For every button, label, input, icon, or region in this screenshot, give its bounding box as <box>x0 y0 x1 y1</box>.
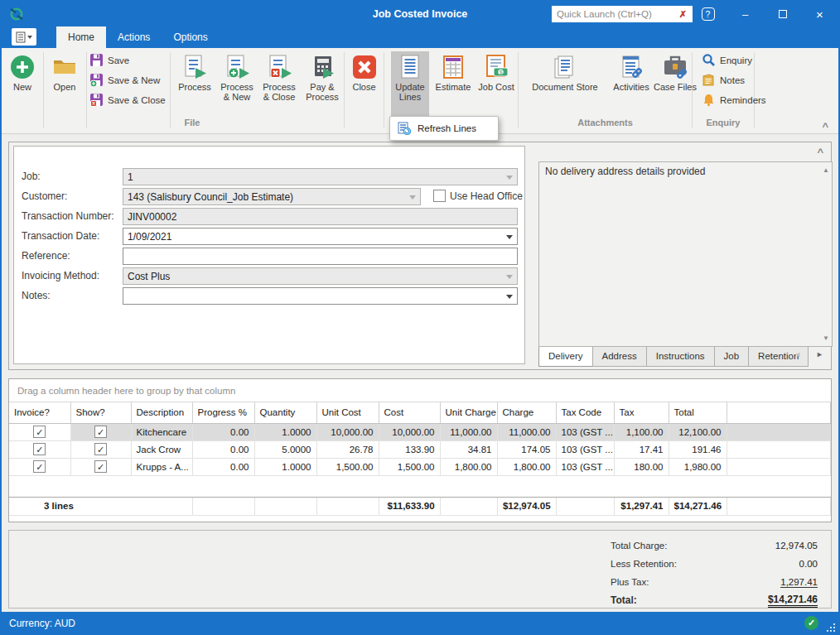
col-progress[interactable]: Progress % <box>192 402 254 423</box>
scroll-down-icon[interactable]: ▼ <box>823 334 829 342</box>
close-window-button[interactable]: × <box>801 7 838 22</box>
transaction-date-picker[interactable]: 1/09/2021 <box>123 228 518 245</box>
process-and-close-button[interactable]: Process & Close <box>258 51 300 118</box>
grid-cell[interactable]: 11,000.00 <box>497 423 556 440</box>
grid-cell[interactable]: 103 (GST ... <box>556 423 614 440</box>
tab-options[interactable]: Options <box>162 26 219 48</box>
reference-field[interactable] <box>123 248 518 265</box>
grid-cell[interactable]: 17.41 <box>614 440 669 458</box>
col-tax-code[interactable]: Tax Code <box>556 402 614 423</box>
tab-address[interactable]: Address <box>592 347 647 367</box>
panel-collapse-icon[interactable]: ^ <box>817 146 823 158</box>
tab-scroll-right-icon[interactable]: ► <box>809 350 831 358</box>
estimate-button[interactable]: Estimate <box>432 51 474 118</box>
grid-cell[interactable]: 34.81 <box>440 440 497 458</box>
grid-cell[interactable]: 133.90 <box>379 440 440 458</box>
help-button[interactable]: ? <box>689 7 727 21</box>
grid-cell[interactable]: Jack Crow <box>131 440 192 458</box>
grid-cell[interactable]: Kitchencare <box>131 423 192 440</box>
table-row[interactable]: ✓ ✓ Jack Crow 0.00 5.0000 26.78 133.90 3… <box>9 440 831 458</box>
grid-cell[interactable]: 5.0000 <box>254 440 316 458</box>
application-menu-button[interactable] <box>12 28 36 46</box>
transaction-number-field[interactable]: JINV00002 <box>123 208 518 225</box>
show-checkbox[interactable]: ✓ <box>94 426 107 438</box>
group-by-panel[interactable]: Drag a column header here to group by th… <box>9 379 831 402</box>
ribbon-collapse-icon[interactable]: ^ <box>822 123 828 131</box>
invoice-checkbox[interactable]: ✓ <box>33 460 46 473</box>
grid-cell[interactable]: 191.46 <box>669 440 727 458</box>
col-show[interactable]: Show? <box>70 402 131 423</box>
col-charge[interactable]: Charge <box>497 402 556 423</box>
reminders-button[interactable]: Reminders <box>702 93 778 107</box>
new-button[interactable]: New <box>3 51 41 118</box>
grid-cell[interactable]: 1.0000 <box>254 458 316 475</box>
grid-cell[interactable]: 103 (GST ... <box>556 458 614 475</box>
minimize-button[interactable]: – <box>727 8 764 21</box>
maximize-button[interactable] <box>764 8 801 21</box>
process-button[interactable]: Process <box>174 51 215 118</box>
grid-cell[interactable]: 1,800.00 <box>440 458 497 475</box>
pay-and-process-button[interactable]: Pay & Process <box>302 51 343 118</box>
grid-cell[interactable]: 174.05 <box>497 440 556 458</box>
notes-combo[interactable] <box>123 287 518 305</box>
tab-delivery[interactable]: Delivery <box>538 347 593 367</box>
customer-combo[interactable]: 143 (Salisbury Council_Job Estimate) <box>123 188 421 205</box>
invoice-checkbox[interactable]: ✓ <box>33 426 46 438</box>
tab-scroll-left-icon[interactable]: ◄ <box>786 350 809 358</box>
invoicing-method-combo[interactable]: Cost Plus <box>123 267 518 285</box>
scroll-up-icon[interactable]: ▲ <box>823 166 829 174</box>
close-button[interactable]: Close <box>345 51 383 118</box>
grid-cell[interactable]: 12,100.00 <box>669 423 727 440</box>
show-checkbox[interactable]: ✓ <box>94 443 107 455</box>
col-description[interactable]: Description <box>131 402 192 423</box>
use-head-office-checkbox[interactable] <box>433 190 446 202</box>
grid-cell[interactable]: 1,800.00 <box>497 458 556 475</box>
open-button[interactable]: Open <box>46 51 84 118</box>
table-row[interactable]: ✓ ✓ Krupps - A... 0.00 1.0000 1,500.00 1… <box>9 458 831 475</box>
menu-item-refresh-lines[interactable]: Refresh Lines <box>418 123 476 133</box>
grid-cell[interactable]: 0.00 <box>192 440 254 458</box>
grid-cell[interactable]: 1,500.00 <box>379 458 440 475</box>
document-store-button[interactable]: Document Store <box>524 51 606 118</box>
grid-cell[interactable]: Krupps - A... <box>131 458 192 475</box>
table-row[interactable]: ✓ ✓ Kitchencare 0.00 1.0000 10,000.00 10… <box>9 423 831 440</box>
col-tax[interactable]: Tax <box>614 402 669 423</box>
grid-cell[interactable]: 11,000.00 <box>440 423 497 440</box>
save-and-close-button[interactable]: Save & Close <box>89 93 169 107</box>
grid-cell[interactable]: 0.00 <box>192 423 254 440</box>
grid-cell[interactable]: 1,980.00 <box>669 458 727 475</box>
grid-cell[interactable]: 10,000.00 <box>379 423 440 440</box>
col-unit-cost[interactable]: Unit Cost <box>316 402 379 423</box>
quick-launch-box[interactable]: Quick Launch (Ctrl+Q) ✗ <box>552 6 693 22</box>
show-checkbox[interactable]: ✓ <box>94 460 107 473</box>
update-lines-button[interactable]: Update Lines <box>391 51 429 121</box>
col-cost[interactable]: Cost <box>379 402 440 423</box>
save-and-new-button[interactable]: Save & New <box>89 73 169 87</box>
job-combo[interactable]: 1 <box>123 168 518 185</box>
case-files-button[interactable]: Case Files <box>652 51 698 118</box>
grid-cell[interactable]: 26.78 <box>316 440 379 458</box>
save-button[interactable]: Save <box>89 53 169 67</box>
job-cost-button[interactable]: $ Job Cost <box>476 51 517 118</box>
col-invoice[interactable]: Invoice? <box>9 402 70 423</box>
invoice-checkbox[interactable]: ✓ <box>33 443 46 455</box>
grid-cell[interactable]: 1,100.00 <box>614 423 669 440</box>
grid-cell[interactable]: 10,000.00 <box>316 423 379 440</box>
tab-home[interactable]: Home <box>56 26 106 48</box>
grid-cell[interactable]: 1,500.00 <box>316 458 379 475</box>
resize-grip[interactable] <box>827 623 828 625</box>
grid-cell[interactable]: 103 (GST ... <box>556 440 614 458</box>
grid-cell[interactable]: 0.00 <box>192 458 254 475</box>
col-unit-charge[interactable]: Unit Charge <box>440 402 497 423</box>
tab-actions[interactable]: Actions <box>106 26 162 48</box>
tab-instructions[interactable]: Instructions <box>646 347 715 367</box>
grid-cell[interactable]: 1.0000 <box>254 423 316 440</box>
enquiry-button[interactable]: Enquiry <box>702 53 778 67</box>
delivery-memo[interactable]: No delivery address details provided ▲ ▼ <box>538 161 833 347</box>
tab-job[interactable]: Job <box>714 347 750 367</box>
col-quantity[interactable]: Quantity <box>254 402 316 423</box>
col-total[interactable]: Total <box>669 402 727 423</box>
process-and-new-button[interactable]: Process & New <box>216 51 258 118</box>
notes-button[interactable]: Notes <box>702 73 778 87</box>
grid-cell[interactable]: 180.00 <box>614 458 669 475</box>
